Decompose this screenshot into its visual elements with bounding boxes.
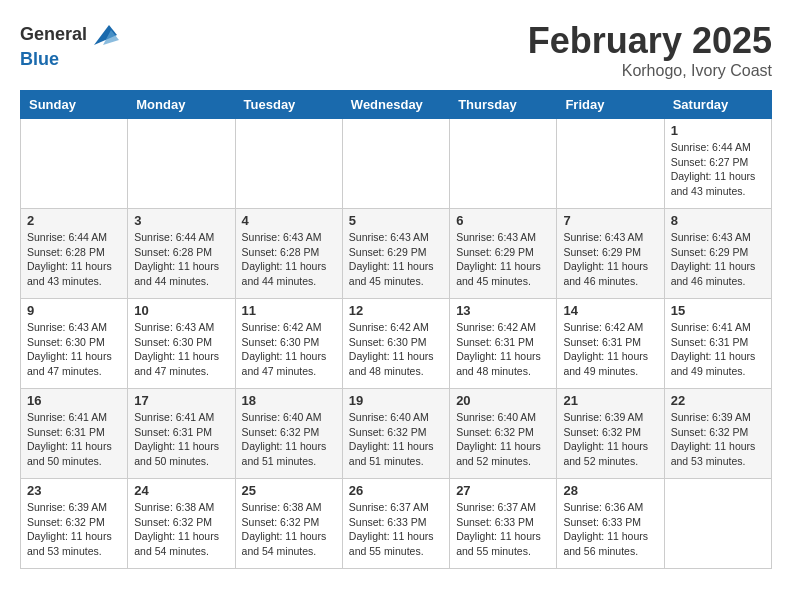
day-number: 16 — [27, 393, 121, 408]
calendar-cell: 2Sunrise: 6:44 AM Sunset: 6:28 PM Daylig… — [21, 209, 128, 299]
weekday-header: Sunday — [21, 91, 128, 119]
location: Korhogo, Ivory Coast — [528, 62, 772, 80]
calendar-cell — [128, 119, 235, 209]
day-number: 4 — [242, 213, 336, 228]
day-number: 23 — [27, 483, 121, 498]
calendar-cell: 12Sunrise: 6:42 AM Sunset: 6:30 PM Dayli… — [342, 299, 449, 389]
day-info: Sunrise: 6:41 AM Sunset: 6:31 PM Dayligh… — [134, 410, 228, 469]
calendar-week-row: 9Sunrise: 6:43 AM Sunset: 6:30 PM Daylig… — [21, 299, 772, 389]
calendar-cell: 20Sunrise: 6:40 AM Sunset: 6:32 PM Dayli… — [450, 389, 557, 479]
calendar-cell — [664, 479, 771, 569]
calendar-cell: 9Sunrise: 6:43 AM Sunset: 6:30 PM Daylig… — [21, 299, 128, 389]
day-number: 20 — [456, 393, 550, 408]
day-info: Sunrise: 6:44 AM Sunset: 6:27 PM Dayligh… — [671, 140, 765, 199]
day-number: 7 — [563, 213, 657, 228]
day-number: 26 — [349, 483, 443, 498]
calendar-header-row: SundayMondayTuesdayWednesdayThursdayFrid… — [21, 91, 772, 119]
calendar: SundayMondayTuesdayWednesdayThursdayFrid… — [20, 90, 772, 569]
logo-general-text: General — [20, 25, 87, 45]
weekday-header: Thursday — [450, 91, 557, 119]
day-info: Sunrise: 6:44 AM Sunset: 6:28 PM Dayligh… — [27, 230, 121, 289]
calendar-cell: 11Sunrise: 6:42 AM Sunset: 6:30 PM Dayli… — [235, 299, 342, 389]
calendar-cell: 22Sunrise: 6:39 AM Sunset: 6:32 PM Dayli… — [664, 389, 771, 479]
calendar-cell: 23Sunrise: 6:39 AM Sunset: 6:32 PM Dayli… — [21, 479, 128, 569]
day-info: Sunrise: 6:43 AM Sunset: 6:30 PM Dayligh… — [134, 320, 228, 379]
weekday-header: Monday — [128, 91, 235, 119]
calendar-cell: 26Sunrise: 6:37 AM Sunset: 6:33 PM Dayli… — [342, 479, 449, 569]
month-year: February 2025 — [528, 20, 772, 62]
day-number: 25 — [242, 483, 336, 498]
day-info: Sunrise: 6:39 AM Sunset: 6:32 PM Dayligh… — [671, 410, 765, 469]
day-info: Sunrise: 6:43 AM Sunset: 6:28 PM Dayligh… — [242, 230, 336, 289]
day-info: Sunrise: 6:36 AM Sunset: 6:33 PM Dayligh… — [563, 500, 657, 559]
calendar-cell — [21, 119, 128, 209]
logo: General Blue — [20, 20, 119, 70]
header: General Blue February 2025 Korhogo, Ivor… — [20, 20, 772, 80]
weekday-header: Saturday — [664, 91, 771, 119]
day-number: 17 — [134, 393, 228, 408]
calendar-cell — [235, 119, 342, 209]
day-info: Sunrise: 6:40 AM Sunset: 6:32 PM Dayligh… — [456, 410, 550, 469]
calendar-cell: 14Sunrise: 6:42 AM Sunset: 6:31 PM Dayli… — [557, 299, 664, 389]
day-number: 3 — [134, 213, 228, 228]
day-info: Sunrise: 6:39 AM Sunset: 6:32 PM Dayligh… — [27, 500, 121, 559]
day-info: Sunrise: 6:37 AM Sunset: 6:33 PM Dayligh… — [456, 500, 550, 559]
day-info: Sunrise: 6:43 AM Sunset: 6:29 PM Dayligh… — [563, 230, 657, 289]
day-info: Sunrise: 6:42 AM Sunset: 6:31 PM Dayligh… — [456, 320, 550, 379]
calendar-cell: 25Sunrise: 6:38 AM Sunset: 6:32 PM Dayli… — [235, 479, 342, 569]
calendar-cell: 28Sunrise: 6:36 AM Sunset: 6:33 PM Dayli… — [557, 479, 664, 569]
calendar-cell: 6Sunrise: 6:43 AM Sunset: 6:29 PM Daylig… — [450, 209, 557, 299]
day-number: 2 — [27, 213, 121, 228]
day-info: Sunrise: 6:43 AM Sunset: 6:29 PM Dayligh… — [671, 230, 765, 289]
day-info: Sunrise: 6:40 AM Sunset: 6:32 PM Dayligh… — [242, 410, 336, 469]
calendar-cell: 15Sunrise: 6:41 AM Sunset: 6:31 PM Dayli… — [664, 299, 771, 389]
calendar-cell: 16Sunrise: 6:41 AM Sunset: 6:31 PM Dayli… — [21, 389, 128, 479]
day-number: 27 — [456, 483, 550, 498]
day-number: 21 — [563, 393, 657, 408]
day-info: Sunrise: 6:41 AM Sunset: 6:31 PM Dayligh… — [671, 320, 765, 379]
calendar-cell: 10Sunrise: 6:43 AM Sunset: 6:30 PM Dayli… — [128, 299, 235, 389]
day-number: 6 — [456, 213, 550, 228]
calendar-cell: 4Sunrise: 6:43 AM Sunset: 6:28 PM Daylig… — [235, 209, 342, 299]
day-info: Sunrise: 6:37 AM Sunset: 6:33 PM Dayligh… — [349, 500, 443, 559]
day-number: 1 — [671, 123, 765, 138]
day-info: Sunrise: 6:42 AM Sunset: 6:30 PM Dayligh… — [349, 320, 443, 379]
day-number: 11 — [242, 303, 336, 318]
calendar-cell: 27Sunrise: 6:37 AM Sunset: 6:33 PM Dayli… — [450, 479, 557, 569]
calendar-cell — [342, 119, 449, 209]
day-number: 18 — [242, 393, 336, 408]
calendar-cell: 18Sunrise: 6:40 AM Sunset: 6:32 PM Dayli… — [235, 389, 342, 479]
calendar-cell: 1Sunrise: 6:44 AM Sunset: 6:27 PM Daylig… — [664, 119, 771, 209]
calendar-cell: 17Sunrise: 6:41 AM Sunset: 6:31 PM Dayli… — [128, 389, 235, 479]
day-number: 28 — [563, 483, 657, 498]
weekday-header: Tuesday — [235, 91, 342, 119]
calendar-cell — [450, 119, 557, 209]
day-number: 22 — [671, 393, 765, 408]
day-number: 5 — [349, 213, 443, 228]
weekday-header: Friday — [557, 91, 664, 119]
calendar-cell: 21Sunrise: 6:39 AM Sunset: 6:32 PM Dayli… — [557, 389, 664, 479]
calendar-week-row: 23Sunrise: 6:39 AM Sunset: 6:32 PM Dayli… — [21, 479, 772, 569]
weekday-header: Wednesday — [342, 91, 449, 119]
calendar-cell — [557, 119, 664, 209]
day-number: 12 — [349, 303, 443, 318]
day-info: Sunrise: 6:42 AM Sunset: 6:30 PM Dayligh… — [242, 320, 336, 379]
logo-blue-text: Blue — [20, 50, 119, 70]
calendar-week-row: 1Sunrise: 6:44 AM Sunset: 6:27 PM Daylig… — [21, 119, 772, 209]
day-number: 14 — [563, 303, 657, 318]
day-number: 24 — [134, 483, 228, 498]
calendar-cell: 13Sunrise: 6:42 AM Sunset: 6:31 PM Dayli… — [450, 299, 557, 389]
day-info: Sunrise: 6:42 AM Sunset: 6:31 PM Dayligh… — [563, 320, 657, 379]
day-info: Sunrise: 6:40 AM Sunset: 6:32 PM Dayligh… — [349, 410, 443, 469]
day-info: Sunrise: 6:43 AM Sunset: 6:30 PM Dayligh… — [27, 320, 121, 379]
calendar-cell: 3Sunrise: 6:44 AM Sunset: 6:28 PM Daylig… — [128, 209, 235, 299]
day-info: Sunrise: 6:39 AM Sunset: 6:32 PM Dayligh… — [563, 410, 657, 469]
day-number: 8 — [671, 213, 765, 228]
day-info: Sunrise: 6:38 AM Sunset: 6:32 PM Dayligh… — [242, 500, 336, 559]
logo-icon — [89, 20, 119, 50]
day-number: 9 — [27, 303, 121, 318]
day-number: 15 — [671, 303, 765, 318]
day-info: Sunrise: 6:38 AM Sunset: 6:32 PM Dayligh… — [134, 500, 228, 559]
day-number: 10 — [134, 303, 228, 318]
calendar-cell: 5Sunrise: 6:43 AM Sunset: 6:29 PM Daylig… — [342, 209, 449, 299]
